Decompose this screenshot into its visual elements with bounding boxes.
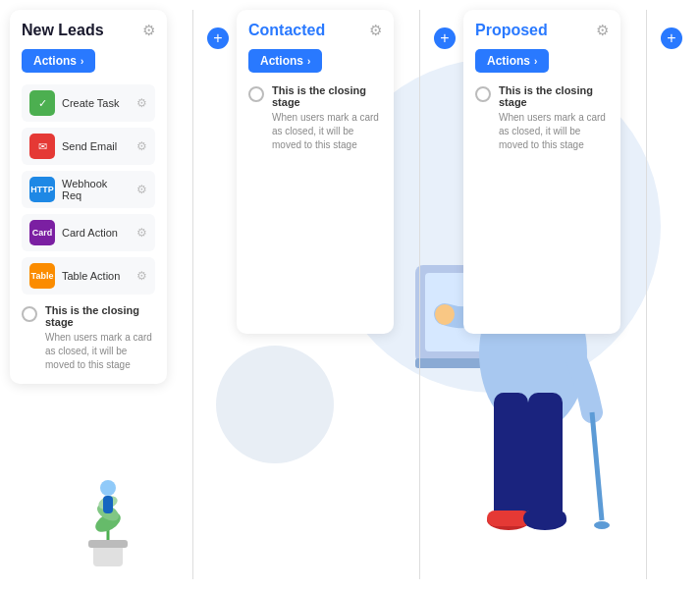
- table-action-label: Table Action: [62, 270, 130, 282]
- separator-3: [646, 10, 647, 579]
- create-task-label: Create Task: [62, 97, 130, 109]
- proposed-actions-button[interactable]: Actions ›: [475, 49, 549, 73]
- separator-2: [419, 10, 420, 579]
- proposed-column: Proposed ⚙ Actions › This is the closing…: [463, 10, 620, 560]
- proposed-gear-icon[interactable]: ⚙: [596, 22, 609, 39]
- contacted-header: Contacted ⚙: [248, 22, 382, 39]
- create-task-icon: ✓: [29, 90, 55, 116]
- contacted-column-wrap: Contacted ⚙ Actions › This is the closin…: [237, 10, 428, 579]
- proposed-actions-label: Actions: [487, 54, 530, 68]
- add-col-btn-1-wrap: +: [201, 10, 229, 579]
- proposed-stage-text: This is the closing stage When users mar…: [499, 84, 609, 152]
- table-action-gear-icon[interactable]: ⚙: [136, 269, 147, 283]
- send-email-label: Send Email: [62, 140, 130, 152]
- proposed-stage-desc: When users mark a card as closed, it wil…: [499, 111, 609, 152]
- table-action-icon: Table: [29, 263, 55, 289]
- new-leads-gear-icon[interactable]: ⚙: [142, 22, 155, 39]
- proposed-card: Proposed ⚙ Actions › This is the closing…: [463, 10, 620, 334]
- proposed-header: Proposed ⚙: [475, 22, 609, 39]
- separator-1: [192, 10, 193, 579]
- create-task-gear-icon[interactable]: ⚙: [136, 96, 147, 110]
- add-col-btn-2-wrap: +: [428, 10, 456, 579]
- action-item-webhook-req: HTTP Webhook Req ⚙: [22, 171, 155, 208]
- add-column-button-2[interactable]: +: [434, 27, 456, 49]
- send-email-gear-icon[interactable]: ⚙: [136, 139, 147, 153]
- contacted-gear-icon[interactable]: ⚙: [369, 22, 382, 39]
- webhook-req-icon: HTTP: [29, 177, 55, 202]
- card-action-label: Card Action: [62, 227, 130, 239]
- columns-container: New Leads ⚙ Actions › ✓ Create Task: [0, 0, 700, 589]
- new-leads-actions-label: Actions: [33, 54, 77, 68]
- send-email-icon: ✉: [29, 134, 55, 159]
- new-leads-closing-stage: This is the closing stage When users mar…: [22, 304, 155, 372]
- new-leads-column-wrap: New Leads ⚙ Actions › ✓ Create Task: [10, 10, 201, 579]
- proposed-title: Proposed: [475, 22, 548, 39]
- contacted-title: Contacted: [248, 22, 325, 39]
- action-item-send-email: ✉ Send Email ⚙: [22, 128, 155, 165]
- proposed-stage-radio[interactable]: [475, 86, 491, 102]
- add-column-button-3[interactable]: +: [661, 27, 682, 49]
- webhook-req-label: Webhook Req: [62, 178, 130, 201]
- action-item-table-action: Table Table Action ⚙: [22, 257, 155, 295]
- add-column-button-1[interactable]: +: [207, 27, 229, 49]
- new-leads-card: New Leads ⚙ Actions › ✓ Create Task: [10, 10, 167, 384]
- contacted-chevron-icon: ›: [307, 56, 310, 67]
- new-leads-column: New Leads ⚙ Actions › ✓ Create Task: [10, 10, 167, 560]
- card-action-gear-icon[interactable]: ⚙: [136, 226, 147, 240]
- action-item-create-task: ✓ Create Task ⚙: [22, 84, 155, 122]
- contacted-closing-stage: This is the closing stage When users mar…: [248, 84, 382, 152]
- contacted-stage-text: This is the closing stage When users mar…: [272, 84, 382, 152]
- new-leads-chevron-icon: ›: [81, 56, 83, 67]
- new-leads-action-list: ✓ Create Task ⚙ ✉ Send Email ⚙ HTTP Webh…: [22, 84, 155, 295]
- action-item-card-action: Card Card Action ⚙: [22, 214, 155, 251]
- card-action-icon: Card: [29, 220, 55, 245]
- new-leads-stage-title: This is the closing stage: [45, 304, 155, 328]
- contacted-stage-desc: When users mark a card as closed, it wil…: [272, 111, 382, 152]
- new-leads-stage-desc: When users mark a card as closed, it wil…: [45, 331, 155, 372]
- new-leads-stage-radio[interactable]: [22, 306, 37, 322]
- new-leads-title: New Leads: [22, 22, 104, 39]
- contacted-stage-title: This is the closing stage: [272, 84, 382, 108]
- webhook-req-gear-icon[interactable]: ⚙: [136, 183, 147, 196]
- proposed-column-wrap: Proposed ⚙ Actions › This is the closing…: [463, 10, 655, 579]
- new-leads-actions-button[interactable]: Actions ›: [22, 49, 95, 73]
- proposed-stage-title: This is the closing stage: [499, 84, 609, 108]
- new-leads-stage-text: This is the closing stage When users mar…: [45, 304, 155, 372]
- proposed-chevron-icon: ›: [534, 56, 537, 67]
- proposed-closing-stage: This is the closing stage When users mar…: [475, 84, 609, 152]
- contacted-column: Contacted ⚙ Actions › This is the closin…: [237, 10, 394, 560]
- contacted-actions-button[interactable]: Actions ›: [248, 49, 322, 73]
- new-leads-header: New Leads ⚙: [22, 22, 155, 39]
- add-col-btn-3-wrap: +: [655, 10, 682, 579]
- contacted-stage-radio[interactable]: [248, 86, 264, 102]
- contacted-card: Contacted ⚙ Actions › This is the closin…: [237, 10, 394, 334]
- contacted-actions-label: Actions: [260, 54, 303, 68]
